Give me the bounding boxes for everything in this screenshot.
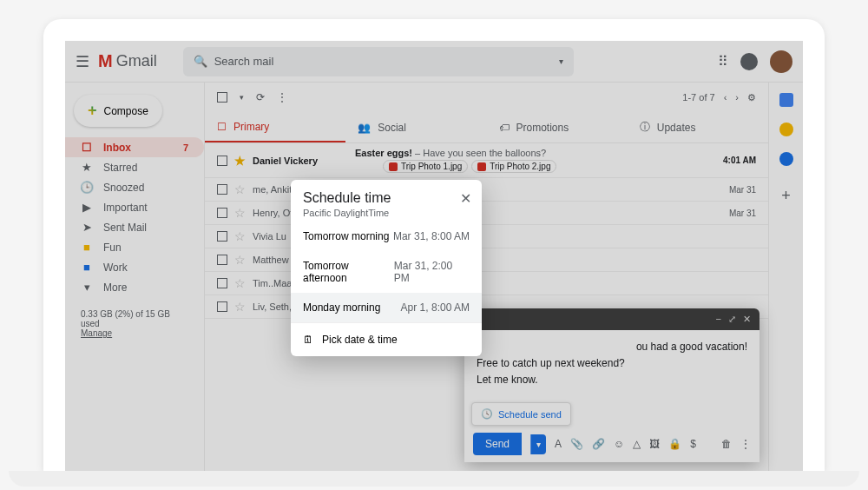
schedule-option-time: Mar 31, 8:00 AM <box>393 230 470 242</box>
schedule-option-label: Monday morning <box>303 301 380 314</box>
close-modal-icon[interactable]: ✕ <box>460 190 471 207</box>
schedule-option-label: Tomorrow morning <box>303 230 389 242</box>
schedule-option[interactable]: Monday morningApr 1, 8:00 AM <box>291 293 482 322</box>
schedule-time-modal: ✕ Schedule time Pacific DaylightTime Tom… <box>291 180 482 356</box>
schedule-option-label: Tomorrow afternoon <box>303 260 394 284</box>
schedule-option[interactable]: Tomorrow morningMar 31, 8:00 AM <box>291 222 482 251</box>
schedule-option-time: Mar 31, 2:00 PM <box>394 260 470 284</box>
modal-timezone: Pacific DaylightTime <box>303 208 470 218</box>
pick-date-label: Pick date & time <box>322 334 398 346</box>
calendar-picker-icon: 🗓 <box>303 334 313 346</box>
schedule-option-time: Apr 1, 8:00 AM <box>401 301 470 314</box>
schedule-option[interactable]: Tomorrow afternoonMar 31, 2:00 PM <box>291 251 482 293</box>
modal-title: Schedule time <box>303 190 470 206</box>
pick-date-time[interactable]: 🗓 Pick date & time <box>291 322 482 356</box>
